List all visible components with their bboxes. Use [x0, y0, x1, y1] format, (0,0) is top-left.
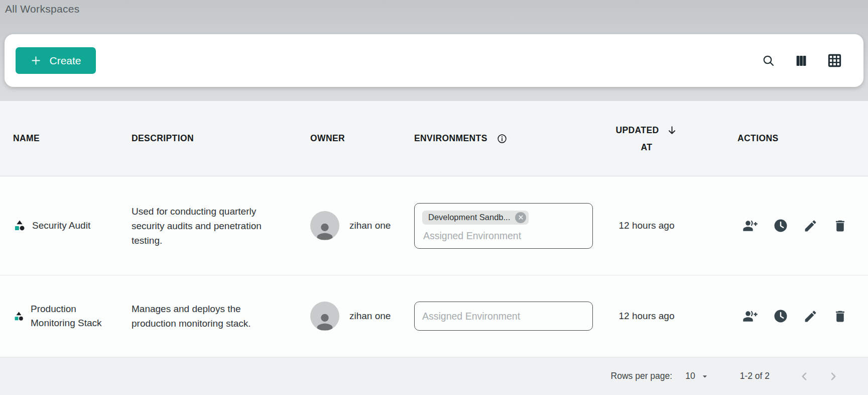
column-header-actions: ACTIONS	[698, 133, 868, 144]
column-header-description[interactable]: DESCRIPTION	[119, 133, 310, 144]
assigned-environment-input[interactable]: Assigned Environment	[414, 302, 593, 331]
workspace-description: Manages and deploys the production monit…	[132, 302, 266, 331]
updated-at-value: 12 hours ago	[595, 220, 698, 231]
table-row: Security Audit Used for conducting quart…	[0, 176, 868, 275]
page-title: All Workspaces	[5, 3, 80, 15]
column-header-updated-line1: UPDATED	[615, 125, 659, 136]
assigned-environment-input[interactable]: Development Sandb... Assigned Environmen…	[414, 203, 593, 249]
plus-icon	[30, 55, 42, 66]
updated-at-value: 12 hours ago	[595, 311, 698, 322]
trash-icon[interactable]	[833, 309, 847, 324]
pencil-icon[interactable]	[803, 219, 818, 233]
owner-avatar	[310, 211, 339, 240]
grid-icon[interactable]	[826, 52, 843, 69]
rows-per-page-select[interactable]: 10	[685, 371, 709, 381]
chevron-right-icon[interactable]	[827, 370, 840, 383]
rows-per-page-value: 10	[685, 371, 695, 381]
column-header-environments-label: ENVIRONMENTS	[414, 133, 487, 144]
rows-per-page-label: Rows per page:	[611, 371, 673, 381]
chevron-down-icon	[700, 371, 710, 381]
view-columns-icon[interactable]	[793, 53, 809, 69]
clock-icon[interactable]	[773, 309, 788, 324]
column-header-environments[interactable]: ENVIRONMENTS	[414, 132, 595, 145]
create-button[interactable]: Create	[16, 47, 96, 74]
workspace-name: Security Audit	[32, 219, 90, 233]
clock-icon[interactable]	[773, 218, 788, 233]
workspaces-table: NAME DESCRIPTION OWNER ENVIRONMENTS UPDA…	[0, 101, 868, 395]
pencil-icon[interactable]	[803, 309, 818, 324]
owner-name: zihan one	[349, 311, 391, 322]
table-row: Production Monitoring Stack Manages and …	[0, 275, 868, 357]
environment-placeholder: Assigned Environment	[423, 230, 585, 242]
chevron-left-icon[interactable]	[798, 370, 811, 383]
workspace-shapes-icon	[14, 220, 26, 232]
column-header-owner[interactable]: OWNER	[310, 133, 414, 144]
owner-name: zihan one	[349, 220, 391, 231]
column-header-name[interactable]: NAME	[0, 133, 119, 144]
workspace-name: Production Monitoring Stack	[31, 302, 106, 330]
environment-chip-label: Development Sandb...	[428, 213, 510, 222]
person-add-icon[interactable]	[742, 218, 758, 234]
toolbar-card: Create	[5, 34, 863, 87]
create-button-label: Create	[49, 55, 81, 67]
pagination-range: 1-2 of 2	[740, 371, 770, 381]
column-header-updated-at[interactable]: UPDATED AT	[595, 125, 698, 153]
workspace-description: Used for conducting quarterly security a…	[132, 204, 266, 248]
search-icon[interactable]	[761, 53, 777, 69]
pagination-bar: Rows per page: 10 1-2 of 2	[0, 357, 868, 395]
trash-icon[interactable]	[833, 219, 847, 233]
environment-chip: Development Sandb...	[422, 211, 529, 225]
workspace-shapes-icon	[14, 311, 24, 322]
environment-placeholder: Assigned Environment	[422, 311, 520, 322]
person-add-icon[interactable]	[742, 309, 758, 324]
table-header-row: NAME DESCRIPTION OWNER ENVIRONMENTS UPDA…	[0, 101, 868, 176]
owner-avatar	[310, 302, 339, 331]
sort-arrow-down-icon[interactable]	[666, 125, 678, 136]
toolbar-icon-group	[761, 52, 843, 69]
chip-close-icon[interactable]	[515, 212, 526, 223]
info-icon[interactable]	[495, 132, 509, 145]
column-header-updated-line2: AT	[641, 142, 653, 153]
